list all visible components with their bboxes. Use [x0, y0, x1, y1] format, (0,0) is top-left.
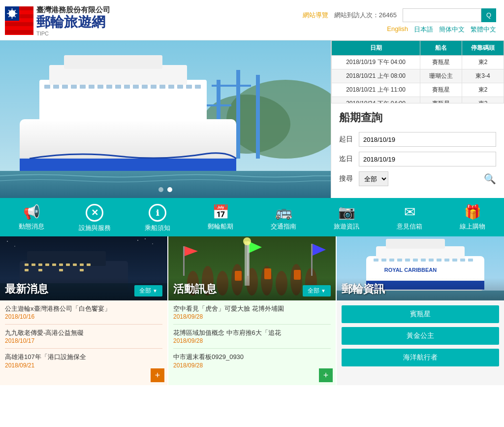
schedule-row[interactable]: 2018/10/19 下午 04:00賽瓶星東2 — [332, 56, 504, 69]
activity-item-3[interactable]: 中市週末看板0929_0930 2018/09/28 — [173, 353, 331, 368]
schedule-row[interactable]: 2018/10/24 下午 04:00賽瓶星東2 — [332, 97, 504, 104]
svg-rect-103 — [397, 259, 402, 262]
news-item-3[interactable]: 高雄港107年「港口設施保全 2018/09/21 — [5, 353, 162, 368]
traffic-label: 交通指南 — [271, 222, 296, 231]
svg-rect-104 — [405, 259, 410, 262]
news-list: 公主遊輪x臺灣港務公司「白色饗宴」 2018/10/16 九九敬老傳愛-高港公益… — [0, 300, 167, 385]
svg-rect-46 — [168, 85, 174, 89]
schedule-query: 船期查詢 起日 迄日 搜尋 全部 基隆 高雄 台中 🔍 — [331, 103, 504, 198]
activity-date-2: 2018/09/28 — [173, 337, 331, 344]
svg-rect-38 — [97, 85, 103, 89]
header-right: 網站導覽 網站到訪人次：26465 Q English 日本語 簡体中文 繁體中… — [303, 8, 496, 34]
svg-rect-100 — [374, 259, 378, 262]
cruise-section-title: 郵輪資訊 — [342, 283, 385, 295]
dot-1[interactable] — [158, 187, 163, 192]
end-date-input[interactable] — [359, 152, 496, 166]
boarding-icon: ℹ — [149, 204, 166, 222]
nav-item-feedback[interactable]: ✉ 意見信箱 — [378, 204, 441, 232]
site-guide-link[interactable]: 網站導覽 — [303, 11, 328, 20]
activity-date-3: 2018/09/28 — [173, 362, 331, 369]
news-image: 最新消息 全部 ▼ — [0, 236, 167, 300]
news-item-2[interactable]: 九九敬老傳愛-高港公益無礙 2018/10/17 — [5, 328, 162, 349]
activity-date-1: 2018/09/28 — [173, 313, 331, 320]
svg-rect-91 — [311, 244, 313, 276]
svg-point-72 — [152, 243, 153, 244]
lang-simplified[interactable]: 簡体中文 — [439, 25, 465, 34]
boarding-label: 乘船須知 — [145, 224, 170, 232]
svg-rect-63 — [87, 263, 91, 266]
lang-english[interactable]: English — [387, 25, 408, 34]
shop-icon: 🎁 — [464, 204, 481, 220]
activity-add-btn[interactable]: + — [319, 368, 333, 382]
svg-rect-101 — [381, 259, 386, 262]
svg-rect-34 — [62, 85, 68, 89]
nav-item-facilities[interactable]: ✕ 設施與服務 — [63, 204, 126, 232]
banner-image — [0, 40, 331, 198]
query-search-icon[interactable]: 🔍 — [484, 173, 496, 185]
cruise-btn-3[interactable]: 海洋航行者 — [342, 349, 499, 366]
search-area: Q — [403, 8, 496, 22]
svg-rect-58 — [52, 263, 56, 266]
dot-2[interactable] — [167, 187, 172, 192]
svg-rect-65 — [38, 269, 42, 271]
svg-rect-6 — [5, 22, 33, 26]
news-item-1[interactable]: 公主遊輪x臺灣港務公司「白色饗宴」 2018/10/16 — [5, 304, 162, 325]
activity-overlay: 活動訊息 全部 ▼ — [168, 278, 336, 300]
col-pier: 停靠碼頭 — [462, 41, 504, 56]
svg-rect-55 — [32, 263, 35, 266]
port-select[interactable]: 全部 基隆 高雄 台中 — [359, 171, 388, 186]
svg-rect-107 — [429, 259, 434, 262]
news-add-btn[interactable]: + — [151, 368, 164, 382]
cruise-btn-1[interactable]: 賓瓶星 — [342, 305, 499, 323]
col-date: 日期 — [332, 41, 420, 56]
activity-more-btn[interactable]: 全部 ▼ — [303, 285, 331, 296]
schedule-row[interactable]: 2018/10/21 上午 08:00珊瑚公主東3-4 — [332, 69, 504, 83]
nav-bar: 📢 動態消息 ✕ 設施與服務 ℹ 乘船須知 📅 郵輪船期 🚌 交通指南 📷 旅遊… — [0, 198, 504, 236]
feedback-label: 意見信箱 — [397, 222, 422, 231]
query-title: 船期查詢 — [339, 110, 496, 125]
svg-rect-56 — [38, 263, 42, 266]
svg-rect-59 — [59, 263, 63, 266]
schedule-icon: 📅 — [212, 204, 229, 220]
news-title-2: 九九敬老傳愛-高港公益無礙 — [5, 328, 162, 337]
svg-rect-31 — [64, 55, 162, 69]
carousel-dots — [158, 187, 172, 192]
nav-item-shop[interactable]: 🎁 線上購物 — [441, 204, 504, 232]
svg-rect-49 — [195, 85, 201, 89]
news-date-3: 2018/09/21 — [5, 362, 162, 369]
start-date-row: 起日 — [339, 132, 496, 147]
svg-text:ROYAL CARIBBEAN: ROYAL CARIBBEAN — [384, 267, 437, 273]
news-block: 最新消息 全部 ▼ 公主遊輪x臺灣港務公司「白色饗宴」 2018/10/16 九… — [0, 236, 168, 385]
content-section: 最新消息 全部 ▼ 公主遊輪x臺灣港務公司「白色饗宴」 2018/10/16 九… — [0, 236, 504, 385]
svg-rect-45 — [159, 85, 165, 89]
svg-rect-36 — [80, 85, 86, 89]
activity-title-2: 花博區域加值概念 中市府推6大「追花 — [173, 328, 331, 337]
lang-traditional[interactable]: 繁體中文 — [471, 25, 496, 34]
search-button[interactable]: Q — [481, 8, 496, 22]
nav-item-news[interactable]: 📢 動態消息 — [0, 204, 63, 232]
schedule-cell-3-1: 賽瓶星 — [420, 97, 462, 104]
shop-label: 線上購物 — [460, 222, 485, 231]
nav-item-tourism[interactable]: 📷 旅遊資訊 — [315, 204, 378, 232]
activity-item-1[interactable]: 空中看見「虎舍」可愛大臉 花博外埔園 2018/09/28 — [173, 304, 331, 325]
banner-section: 日期 船名 停靠碼頭 2018/10/19 下午 04:00賽瓶星東22018/… — [0, 40, 504, 198]
search-text-label: 搜尋 — [339, 174, 359, 183]
start-date-input[interactable] — [359, 132, 496, 147]
cruise-btn-2[interactable]: 黃金公主 — [342, 327, 499, 345]
schedule-row[interactable]: 2018/10/21 上午 11:00賽瓶星東2 — [332, 83, 504, 97]
schedule-table-wrapper: 日期 船名 停靠碼頭 2018/10/19 下午 04:00賽瓶星東22018/… — [331, 40, 504, 103]
activity-title-3: 中市週末看板0929_0930 — [173, 353, 331, 361]
activity-item-2[interactable]: 花博區域加值概念 中市府推6大「追花 2018/09/28 — [173, 328, 331, 349]
end-label: 迄日 — [339, 155, 359, 164]
nav-item-traffic[interactable]: 🚌 交通指南 — [252, 204, 315, 232]
schedule-label: 郵輪船期 — [208, 222, 233, 231]
cruise-image: ROYAL CARIBBEAN 郵輪資訊 — [337, 236, 504, 300]
nav-item-schedule[interactable]: 📅 郵輪船期 — [189, 204, 252, 232]
nav-item-boarding[interactable]: ℹ 乘船須知 — [126, 204, 189, 232]
svg-rect-106 — [421, 259, 426, 262]
lang-japanese[interactable]: 日本語 — [414, 25, 433, 34]
news-more-btn[interactable]: 全部 ▼ — [134, 285, 162, 296]
search-input[interactable] — [403, 8, 481, 22]
svg-rect-87 — [183, 246, 185, 276]
cruise-block: ROYAL CARIBBEAN 郵輪資訊 賓瓶星 黃金公主 海洋航行者 — [337, 236, 504, 385]
